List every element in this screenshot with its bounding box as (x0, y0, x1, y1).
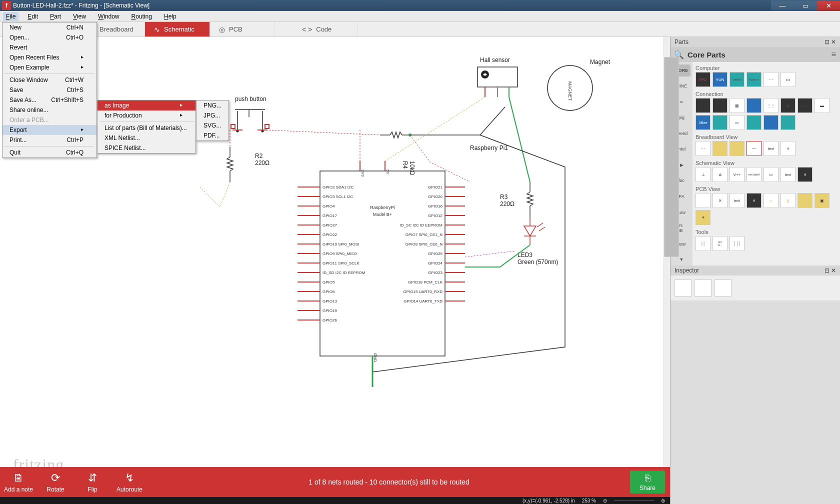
file-menu-item[interactable]: Order a PCB... (2, 115, 96, 125)
part-thumb[interactable]: ••• (780, 72, 796, 87)
parts-panel-buttons[interactable]: ⊡ ✕ (824, 38, 836, 46)
image-format-item[interactable]: PDF... (196, 130, 228, 140)
right-panel: Parts ⊡ ✕ 🔍 Core Parts ≡ COREMINE∞pigsee… (670, 37, 840, 504)
part-thumb[interactable]: RPi2 (696, 72, 710, 87)
part-thumb[interactable]: net label (746, 167, 762, 182)
tab-code[interactable]: < >Code (293, 22, 358, 36)
tab-pcb[interactable]: ◎PCB (210, 22, 275, 36)
svg-text:GPIO21: GPIO21 (428, 185, 442, 190)
export-menu-item[interactable]: XML Netlist... (98, 133, 196, 143)
vertical-scrollbar[interactable] (663, 37, 670, 475)
part-thumb[interactable]: V++ (730, 167, 744, 182)
part-thumb[interactable] (780, 115, 796, 130)
window-close-button[interactable]: ✕ (817, 0, 840, 10)
image-format-item[interactable]: SVG... (196, 120, 228, 130)
export-menu-item[interactable]: as Image▸ (98, 100, 196, 110)
file-menu-item[interactable]: Export▸ (2, 125, 96, 135)
parts-menu-icon[interactable]: ≡ (828, 50, 840, 59)
file-menu-item[interactable]: Print...Ctrl+P (2, 135, 96, 145)
export-menu-item[interactable]: List of parts (Bill of Materials)... (98, 123, 196, 133)
inspector-panel-buttons[interactable]: ⊡ ✕ (824, 267, 836, 274)
tab-spacer (275, 22, 293, 36)
part-thumb[interactable]: ◉ (780, 98, 796, 113)
part-thumb[interactable] (696, 98, 710, 113)
vscroll-thumb[interactable] (664, 57, 679, 257)
part-thumb[interactable]: ▬ (814, 98, 830, 113)
image-format-item[interactable]: PNG... (196, 100, 228, 110)
part-thumb[interactable]: Galileo (730, 72, 744, 87)
part-thumb[interactable]: text (780, 167, 796, 182)
flip-tool[interactable]: ⇵Flip (74, 472, 111, 493)
part-thumb[interactable]: f (798, 167, 812, 182)
zoom-slider[interactable] (614, 500, 654, 501)
part-thumb[interactable]: ┊┊┊ (730, 236, 744, 251)
menu-view[interactable]: View (70, 12, 89, 21)
file-menu-item[interactable]: Open Example▸ (2, 62, 96, 72)
part-thumb[interactable] (746, 98, 762, 113)
part-thumb[interactable] (712, 115, 728, 130)
file-menu-item[interactable]: Open...Ctrl+O (2, 32, 96, 42)
file-menu-item[interactable]: NewCtrl+N (2, 22, 96, 32)
zoom-in-icon[interactable]: ⊕ (661, 498, 665, 504)
part-thumb[interactable]: ▣ (814, 193, 830, 208)
part-thumb[interactable]: ⊥ (696, 167, 710, 182)
menu-help[interactable]: Help (161, 12, 180, 21)
menu-edit[interactable]: Edit (24, 12, 41, 21)
part-thumb[interactable]: f (746, 193, 762, 208)
part-thumb[interactable]: f (780, 141, 796, 156)
part-thumb[interactable]: ⋮⋮ (764, 98, 778, 113)
part-thumb[interactable]: XBee (696, 115, 710, 130)
part-thumb[interactable]: ▭ (764, 167, 778, 182)
autoroute-tool[interactable]: ↯Autoroute (111, 472, 148, 493)
part-thumb[interactable]: ✕ (712, 193, 728, 208)
part-thumb[interactable]: 〰 (746, 141, 762, 156)
menu-part[interactable]: Part (47, 12, 64, 21)
maximize-button[interactable]: ▭ (794, 0, 817, 10)
part-thumb[interactable]: ≐ (712, 167, 728, 182)
part-thumb[interactable]: ⚘ (696, 210, 710, 225)
add-note-tool[interactable]: 🗎Add a note (0, 472, 37, 493)
part-thumb[interactable]: ▦ (730, 98, 744, 113)
menu-window[interactable]: Window (95, 12, 122, 21)
export-menu-item[interactable]: SPICE Netlist... (98, 143, 196, 153)
part-thumb[interactable] (712, 98, 728, 113)
part-thumb[interactable]: ▭ (798, 98, 812, 113)
part-thumb[interactable]: Edison (746, 72, 762, 87)
tab-schematic[interactable]: ∿Schematic (145, 22, 210, 36)
part-thumb[interactable] (712, 141, 728, 156)
minimize-button[interactable]: — (771, 0, 794, 10)
part-thumb[interactable]: ⋯ (696, 141, 710, 156)
part-thumb[interactable] (746, 115, 762, 130)
export-menu-item[interactable]: for Production▸ (98, 110, 196, 120)
menu-routing[interactable]: Routing (128, 12, 155, 21)
share-button[interactable]: ⎘Share (630, 470, 665, 494)
part-thumb[interactable]: ○ (764, 193, 778, 208)
part-thumb[interactable]: text (730, 193, 744, 208)
r3-val: 220Ω (500, 200, 514, 208)
file-menu-item[interactable]: QuitCtrl+Q (2, 148, 96, 158)
file-menu-item[interactable]: Open Recent Files▸ (2, 52, 96, 62)
part-thumb[interactable] (696, 193, 710, 208)
file-menu-item[interactable]: Revert (2, 42, 96, 52)
part-thumb[interactable] (730, 141, 744, 156)
file-menu-item[interactable]: Share online... (2, 105, 96, 115)
part-thumb[interactable]: cmin (712, 236, 728, 251)
file-menu-item[interactable]: Close WindowCtrl+W (2, 75, 96, 85)
parts-content[interactable]: Computer RPi2 YUN Galileo Edison ⋯ ••• C… (692, 62, 840, 266)
part-thumb[interactable]: text (764, 141, 778, 156)
part-thumb[interactable]: § (780, 193, 796, 208)
file-menu-item[interactable]: SaveCtrl+S (2, 85, 96, 95)
image-format-item[interactable]: JPG... (196, 110, 228, 120)
schematic-canvas[interactable]: NewCtrl+NOpen...Ctrl+ORevertOpen Recent … (0, 37, 670, 504)
rotate-tool[interactable]: ⟳Rotate (37, 472, 74, 493)
part-thumb[interactable] (764, 115, 778, 130)
svg-text:GPIO23: GPIO23 (428, 270, 442, 275)
file-menu-item[interactable]: Save As...Ctrl+Shift+S (2, 95, 96, 105)
part-thumb[interactable]: YUN (712, 72, 728, 87)
zoom-out-icon[interactable]: ⊖ (603, 498, 607, 504)
part-thumb[interactable] (798, 193, 812, 208)
part-thumb[interactable]: ⋯ (764, 72, 778, 87)
part-thumb[interactable]: 📄 (696, 236, 710, 251)
part-thumb[interactable]: ▭ (730, 115, 744, 130)
menu-file[interactable]: File (3, 12, 18, 21)
